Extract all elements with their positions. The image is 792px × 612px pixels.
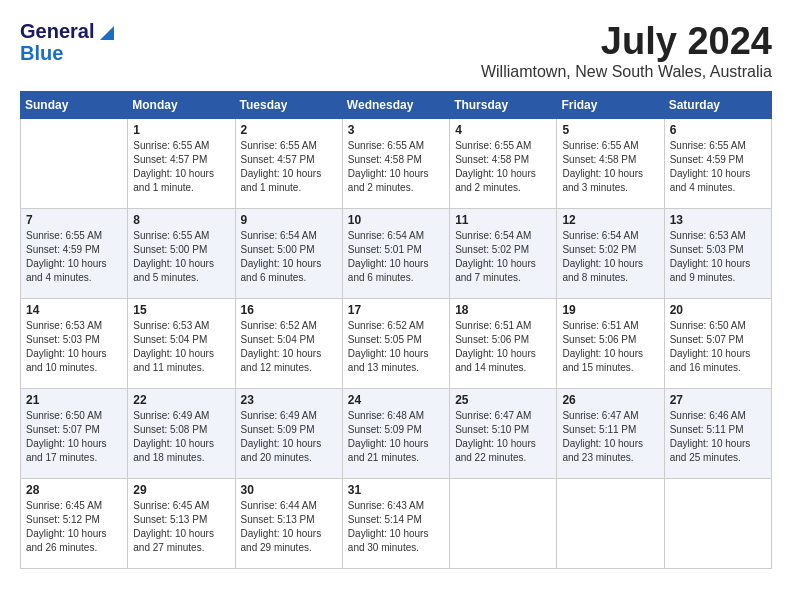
calendar-day-cell: 29Sunrise: 6:45 AM Sunset: 5:13 PM Dayli… (128, 479, 235, 569)
calendar-day-cell: 28Sunrise: 6:45 AM Sunset: 5:12 PM Dayli… (21, 479, 128, 569)
day-number: 22 (133, 393, 229, 407)
day-number: 12 (562, 213, 658, 227)
calendar-day-cell (664, 479, 771, 569)
day-info: Sunrise: 6:50 AM Sunset: 5:07 PM Dayligh… (670, 319, 766, 375)
day-number: 19 (562, 303, 658, 317)
calendar-week-row: 7Sunrise: 6:55 AM Sunset: 4:59 PM Daylig… (21, 209, 772, 299)
day-number: 25 (455, 393, 551, 407)
calendar-day-header: Monday (128, 92, 235, 119)
calendar-day-cell: 12Sunrise: 6:54 AM Sunset: 5:02 PM Dayli… (557, 209, 664, 299)
day-info: Sunrise: 6:45 AM Sunset: 5:12 PM Dayligh… (26, 499, 122, 555)
day-number: 26 (562, 393, 658, 407)
calendar-day-cell: 3Sunrise: 6:55 AM Sunset: 4:58 PM Daylig… (342, 119, 449, 209)
calendar-day-cell (450, 479, 557, 569)
calendar-day-header: Wednesday (342, 92, 449, 119)
calendar-day-cell: 13Sunrise: 6:53 AM Sunset: 5:03 PM Dayli… (664, 209, 771, 299)
location-title: Williamtown, New South Wales, Australia (481, 63, 772, 81)
day-info: Sunrise: 6:55 AM Sunset: 5:00 PM Dayligh… (133, 229, 229, 285)
calendar-day-header: Friday (557, 92, 664, 119)
day-number: 6 (670, 123, 766, 137)
day-info: Sunrise: 6:47 AM Sunset: 5:11 PM Dayligh… (562, 409, 658, 465)
day-number: 18 (455, 303, 551, 317)
calendar-day-cell: 16Sunrise: 6:52 AM Sunset: 5:04 PM Dayli… (235, 299, 342, 389)
calendar-day-cell: 21Sunrise: 6:50 AM Sunset: 5:07 PM Dayli… (21, 389, 128, 479)
day-info: Sunrise: 6:51 AM Sunset: 5:06 PM Dayligh… (562, 319, 658, 375)
day-info: Sunrise: 6:45 AM Sunset: 5:13 PM Dayligh… (133, 499, 229, 555)
month-title: July 2024 (481, 20, 772, 63)
day-number: 14 (26, 303, 122, 317)
day-info: Sunrise: 6:53 AM Sunset: 5:03 PM Dayligh… (26, 319, 122, 375)
calendar-day-cell: 24Sunrise: 6:48 AM Sunset: 5:09 PM Dayli… (342, 389, 449, 479)
calendar-day-cell: 23Sunrise: 6:49 AM Sunset: 5:09 PM Dayli… (235, 389, 342, 479)
calendar-week-row: 1Sunrise: 6:55 AM Sunset: 4:57 PM Daylig… (21, 119, 772, 209)
day-number: 9 (241, 213, 337, 227)
day-number: 10 (348, 213, 444, 227)
day-info: Sunrise: 6:55 AM Sunset: 4:58 PM Dayligh… (562, 139, 658, 195)
calendar-day-header: Sunday (21, 92, 128, 119)
day-number: 2 (241, 123, 337, 137)
svg-marker-0 (100, 26, 114, 40)
calendar-week-row: 28Sunrise: 6:45 AM Sunset: 5:12 PM Dayli… (21, 479, 772, 569)
day-number: 3 (348, 123, 444, 137)
day-number: 13 (670, 213, 766, 227)
logo-icon (96, 22, 114, 40)
day-info: Sunrise: 6:49 AM Sunset: 5:09 PM Dayligh… (241, 409, 337, 465)
calendar-day-cell: 15Sunrise: 6:53 AM Sunset: 5:04 PM Dayli… (128, 299, 235, 389)
calendar-week-row: 21Sunrise: 6:50 AM Sunset: 5:07 PM Dayli… (21, 389, 772, 479)
day-number: 17 (348, 303, 444, 317)
day-number: 1 (133, 123, 229, 137)
day-info: Sunrise: 6:55 AM Sunset: 4:58 PM Dayligh… (455, 139, 551, 195)
day-info: Sunrise: 6:55 AM Sunset: 4:59 PM Dayligh… (26, 229, 122, 285)
day-number: 31 (348, 483, 444, 497)
calendar-day-cell: 14Sunrise: 6:53 AM Sunset: 5:03 PM Dayli… (21, 299, 128, 389)
day-number: 30 (241, 483, 337, 497)
day-info: Sunrise: 6:47 AM Sunset: 5:10 PM Dayligh… (455, 409, 551, 465)
calendar-day-cell: 17Sunrise: 6:52 AM Sunset: 5:05 PM Dayli… (342, 299, 449, 389)
day-number: 24 (348, 393, 444, 407)
logo-blue: Blue (20, 42, 63, 64)
calendar-day-header: Saturday (664, 92, 771, 119)
day-info: Sunrise: 6:50 AM Sunset: 5:07 PM Dayligh… (26, 409, 122, 465)
day-info: Sunrise: 6:54 AM Sunset: 5:02 PM Dayligh… (562, 229, 658, 285)
day-info: Sunrise: 6:55 AM Sunset: 4:57 PM Dayligh… (241, 139, 337, 195)
calendar-day-cell (557, 479, 664, 569)
day-number: 7 (26, 213, 122, 227)
calendar-day-cell: 4Sunrise: 6:55 AM Sunset: 4:58 PM Daylig… (450, 119, 557, 209)
logo-general: General (20, 20, 94, 42)
day-info: Sunrise: 6:48 AM Sunset: 5:09 PM Dayligh… (348, 409, 444, 465)
calendar-day-cell: 20Sunrise: 6:50 AM Sunset: 5:07 PM Dayli… (664, 299, 771, 389)
day-number: 8 (133, 213, 229, 227)
day-number: 27 (670, 393, 766, 407)
calendar-day-cell: 11Sunrise: 6:54 AM Sunset: 5:02 PM Dayli… (450, 209, 557, 299)
calendar-day-cell: 18Sunrise: 6:51 AM Sunset: 5:06 PM Dayli… (450, 299, 557, 389)
day-info: Sunrise: 6:54 AM Sunset: 5:01 PM Dayligh… (348, 229, 444, 285)
calendar-week-row: 14Sunrise: 6:53 AM Sunset: 5:03 PM Dayli… (21, 299, 772, 389)
title-section: July 2024 Williamtown, New South Wales, … (481, 20, 772, 81)
day-number: 4 (455, 123, 551, 137)
calendar-day-header: Thursday (450, 92, 557, 119)
calendar-day-cell: 1Sunrise: 6:55 AM Sunset: 4:57 PM Daylig… (128, 119, 235, 209)
day-info: Sunrise: 6:52 AM Sunset: 5:04 PM Dayligh… (241, 319, 337, 375)
day-info: Sunrise: 6:53 AM Sunset: 5:03 PM Dayligh… (670, 229, 766, 285)
day-info: Sunrise: 6:55 AM Sunset: 4:58 PM Dayligh… (348, 139, 444, 195)
calendar-day-cell: 9Sunrise: 6:54 AM Sunset: 5:00 PM Daylig… (235, 209, 342, 299)
day-info: Sunrise: 6:44 AM Sunset: 5:13 PM Dayligh… (241, 499, 337, 555)
day-info: Sunrise: 6:55 AM Sunset: 4:59 PM Dayligh… (670, 139, 766, 195)
day-number: 28 (26, 483, 122, 497)
day-info: Sunrise: 6:46 AM Sunset: 5:11 PM Dayligh… (670, 409, 766, 465)
day-info: Sunrise: 6:53 AM Sunset: 5:04 PM Dayligh… (133, 319, 229, 375)
day-info: Sunrise: 6:54 AM Sunset: 5:00 PM Dayligh… (241, 229, 337, 285)
calendar-day-cell: 26Sunrise: 6:47 AM Sunset: 5:11 PM Dayli… (557, 389, 664, 479)
page-header: General Blue July 2024 Williamtown, New … (20, 20, 772, 81)
calendar-day-cell: 6Sunrise: 6:55 AM Sunset: 4:59 PM Daylig… (664, 119, 771, 209)
calendar-day-cell (21, 119, 128, 209)
day-info: Sunrise: 6:43 AM Sunset: 5:14 PM Dayligh… (348, 499, 444, 555)
day-number: 15 (133, 303, 229, 317)
day-info: Sunrise: 6:49 AM Sunset: 5:08 PM Dayligh… (133, 409, 229, 465)
day-number: 5 (562, 123, 658, 137)
calendar-day-cell: 31Sunrise: 6:43 AM Sunset: 5:14 PM Dayli… (342, 479, 449, 569)
calendar-day-cell: 7Sunrise: 6:55 AM Sunset: 4:59 PM Daylig… (21, 209, 128, 299)
calendar-day-cell: 27Sunrise: 6:46 AM Sunset: 5:11 PM Dayli… (664, 389, 771, 479)
calendar-day-cell: 5Sunrise: 6:55 AM Sunset: 4:58 PM Daylig… (557, 119, 664, 209)
calendar-day-cell: 2Sunrise: 6:55 AM Sunset: 4:57 PM Daylig… (235, 119, 342, 209)
